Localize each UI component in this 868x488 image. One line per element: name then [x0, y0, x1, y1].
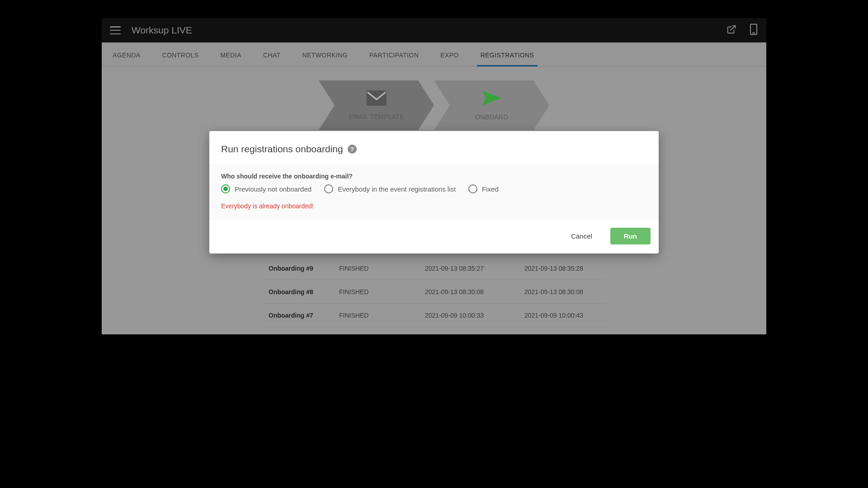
radio-fixed[interactable]: Fixed — [468, 184, 499, 193]
app-window: Worksup LIVE AGENDA — [102, 18, 766, 334]
svg-marker-6 — [482, 91, 501, 105]
radio-previously-not-onboarded[interactable]: Previously not onboarded — [221, 184, 311, 193]
modal-footer: Cancel Run — [209, 220, 659, 253]
send-icon — [481, 90, 502, 108]
cancel-button[interactable]: Cancel — [566, 229, 597, 244]
help-icon[interactable]: ? — [348, 145, 357, 154]
modal-body: Who should receive the onboarding e-mail… — [209, 164, 659, 220]
radio-group-recipients: Previously not onboarded Everybody in th… — [221, 184, 647, 193]
svg-rect-4 — [367, 90, 387, 106]
error-message: Everybody is already onboarded! — [221, 202, 647, 210]
modal-title: Run registrations onboarding — [221, 144, 343, 155]
radio-label: Fixed — [482, 185, 499, 193]
radio-label: Previously not onboarded — [235, 185, 311, 193]
mail-icon — [367, 90, 387, 108]
step-label: EMAIL TEMPLATE — [349, 113, 404, 120]
question-label: Who should receive the onboarding e-mail… — [221, 173, 647, 180]
run-button[interactable]: Run — [610, 228, 651, 244]
modal-header: Run registrations onboarding ? — [209, 131, 659, 155]
step-label: ONBOARD — [475, 113, 508, 121]
radio-everybody[interactable]: Everybody in the event registrations lis… — [324, 184, 456, 193]
radio-label: Everybody in the event registrations lis… — [338, 185, 456, 193]
run-onboarding-modal: Run registrations onboarding ? Who shoul… — [209, 131, 659, 253]
